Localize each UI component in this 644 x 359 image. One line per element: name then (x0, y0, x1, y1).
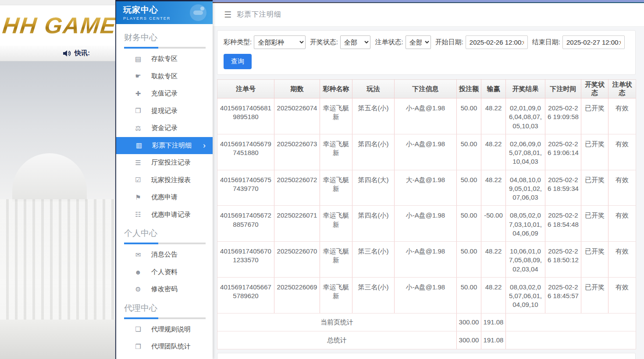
sidebar-item-label: 存款专区 (151, 55, 178, 63)
sidebar-item-资金记录[interactable]: ⚖资金记录 (116, 120, 213, 137)
menu-toggle-icon[interactable]: ☰ (224, 10, 231, 20)
sidebar-item-取款专区[interactable]: ☛取款专区 (116, 68, 213, 85)
table-row: 40156917405667578962020250226069幸运飞艇新第三名… (217, 277, 636, 313)
sidebar-item-消息公告[interactable]: ✉消息公告 (116, 246, 213, 264)
cell-bet_id: 401569174056757439770 (217, 170, 274, 206)
sidebar-item-label: 修改密码 (151, 285, 178, 293)
cell-period: 20250226069 (274, 277, 320, 313)
cell-win_loss: 48.22 (481, 277, 506, 313)
sidebar-item-提现记录[interactable]: ❒提现记录 (116, 102, 213, 120)
page: HH GAME 快讯: 玩家中心 PLAYERS CENTER 财务中心▤存款专 (0, 0, 644, 359)
page-stats-row: 当前页统计 300.00 191.08 (217, 313, 636, 331)
page-stats-label: 当前页统计 (217, 313, 457, 331)
column-header: 投注额 (457, 80, 481, 99)
sidebar-item-玩家投注报表[interactable]: ☑玩家投注报表 (116, 172, 213, 189)
sidebar-menu: 财务中心▤存款专区☛取款专区✚充值记录❒提现记录⚖资金记录▥彩票下注明细›☰厅室… (116, 24, 213, 355)
lottery-type-label: 彩种类型: (224, 38, 252, 46)
chevron-right-icon: › (203, 141, 206, 149)
change-password-icon: ⚙ (134, 285, 142, 293)
table-header-row: 注单号期数彩种名称玩法下注信息投注额输赢开奖结果下注时间开奖状态注单状态 (217, 80, 636, 99)
cell-order_status: 有效 (608, 277, 636, 313)
cell-lottery: 幸运飞艇新 (320, 134, 352, 170)
logo-bar: HH GAME (0, 5, 115, 46)
sidebar-item-label: 玩家投注报表 (151, 176, 191, 184)
sidebar-item-厅室投注记录[interactable]: ☰厅室投注记录 (116, 154, 213, 172)
start-date-label: 开始日期: (435, 38, 463, 46)
sidebar-item-彩票下注明细[interactable]: ▥彩票下注明细› (116, 137, 213, 155)
sidebar-item-label: 充值记录 (151, 89, 178, 98)
draw-status-select[interactable]: 全部 (340, 35, 371, 49)
agent-team-stats-icon: ❐ (134, 343, 142, 351)
table-row: 40156917405670123357020250226070幸运飞艇新第三名… (217, 242, 636, 278)
cell-period: 20250226071 (274, 206, 320, 242)
speaker-icon (63, 50, 71, 56)
lottery-type-select[interactable]: 全部彩种 (254, 35, 305, 49)
cell-bet_info: 小-A盘@1.98 (395, 277, 457, 313)
sidebar-item-修改密码[interactable]: ⚙修改密码 (116, 281, 213, 298)
sidebar-item-个人资料[interactable]: ☻个人资料 (116, 264, 213, 281)
cell-bet_time: 2025-02-26 18:50:12 (545, 242, 581, 278)
funds-record-icon: ⚖ (134, 124, 142, 132)
sidebar-item-label: 提现记录 (151, 107, 178, 115)
section-underline (124, 243, 206, 244)
cell-win_loss: 48.22 (481, 170, 506, 206)
sidebar-item-label: 彩票下注明细 (152, 141, 192, 150)
left-background-page: HH GAME 快讯: (0, 0, 115, 359)
start-date-input[interactable] (466, 35, 528, 49)
cell-play: 第四名(小) (352, 134, 395, 170)
main-content: ☰ 彩票下注明细 彩种类型: 全部彩种 开奖状态: 全部 注单状态: 全部 (213, 0, 644, 359)
cell-bet_info: 小-A盘@1.98 (395, 206, 457, 242)
end-date-label: 结束日期: (532, 38, 560, 46)
news-label: 快讯: (75, 49, 90, 57)
page-stats-amount: 300.00 (457, 313, 481, 331)
query-button[interactable]: 查询 (224, 54, 252, 69)
cell-play: 第四名(小) (352, 206, 395, 242)
pagination-bar: 每页显示20条 共6条 首页 上一页 1 下一页 第 页 跳转 (217, 353, 636, 359)
page-stats-winloss: 191.08 (481, 313, 506, 331)
end-date-input[interactable] (562, 35, 625, 49)
table-row: 40156917405679745188020250226073幸运飞艇新第四名… (217, 134, 636, 170)
table-row: 40156917405675743977020250226072幸运飞艇新第四名… (217, 170, 636, 206)
cell-lottery: 幸运飞艇新 (320, 277, 352, 313)
capitol-dome-shape (12, 153, 87, 201)
column-header: 下注信息 (395, 80, 457, 99)
cell-amount: 50.00 (457, 134, 481, 170)
table-row: 40156917405681989518020250226074幸运飞艇新第五名… (217, 99, 636, 134)
left-top-strip (0, 0, 115, 5)
column-header: 输赢 (481, 80, 506, 99)
cell-order_status: 有效 (608, 134, 636, 170)
cell-result: 02,06,09,05,07,08,01,10,04,03 (506, 134, 545, 170)
cell-bet_time: 2025-02-26 18:45:57 (545, 277, 581, 313)
cell-draw_status: 已开奖 (581, 170, 608, 206)
sidebar-item-代理团队统计[interactable]: ❐代理团队统计 (116, 338, 213, 355)
sidebar-item-label: 厅室投注记录 (151, 158, 191, 167)
order-status-select[interactable]: 全部 (406, 35, 431, 49)
table-row: 40156917405672885767020250226071幸运飞艇新第四名… (217, 206, 636, 242)
cell-amount: 50.00 (457, 170, 481, 206)
recharge-record-icon: ✚ (134, 90, 142, 98)
sidebar-item-代理规则说明[interactable]: ❏代理规则说明 (116, 321, 213, 338)
sidebar-item-优惠申请记录[interactable]: ☷优惠申请记录 (116, 206, 213, 224)
sidebar-item-充值记录[interactable]: ✚充值记录 (116, 85, 213, 102)
cell-bet_time: 2025-02-26 19:06:14 (545, 134, 581, 170)
background-image-capitol (0, 61, 115, 359)
cell-draw_status: 已开奖 (581, 242, 608, 278)
sidebar-item-label: 资金记录 (151, 124, 178, 132)
column-header: 期数 (274, 80, 320, 99)
deposit-card-icon: ▤ (134, 55, 142, 63)
sidebar-item-优惠申请[interactable]: ⚑优惠申请 (116, 189, 213, 206)
cell-lottery: 幸运飞艇新 (320, 170, 352, 206)
title-bar: ☰ 彩票下注明细 (213, 3, 644, 27)
cell-bet_info: 小-A盘@1.98 (395, 134, 457, 170)
total-stats-winloss: 191.08 (481, 331, 506, 349)
bets-table: 注单号期数彩种名称玩法下注信息投注额输赢开奖结果下注时间开奖状态注单状态 401… (217, 79, 636, 349)
news-ticker-bar: 快讯: (0, 46, 115, 61)
column-header: 注单号 (217, 80, 274, 99)
cell-amount: 50.00 (457, 277, 481, 313)
brand-logo: HH GAME (0, 12, 115, 39)
cell-lottery: 幸运飞艇新 (320, 206, 352, 242)
cell-amount: 50.00 (457, 99, 481, 134)
profile-user-icon: ☻ (134, 268, 142, 276)
cell-bet_time: 2025-02-26 18:59:34 (545, 170, 581, 206)
sidebar-item-存款专区[interactable]: ▤存款专区 (116, 50, 213, 68)
